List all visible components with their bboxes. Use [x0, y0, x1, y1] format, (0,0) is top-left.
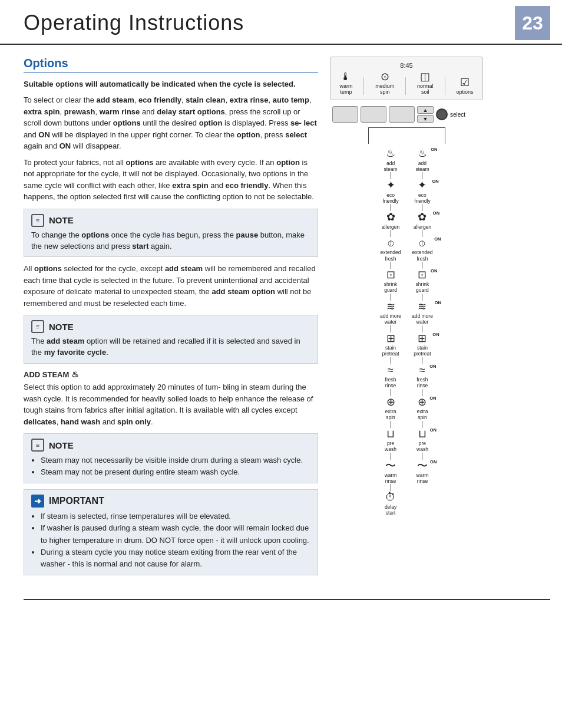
- opt-prewash-right: ON ⊔ prewash: [416, 428, 428, 453]
- opt-extended-fresh-left: ⌽ extendedfresh: [381, 237, 401, 262]
- line2l: [391, 204, 391, 211]
- on-badge-eco: ON: [432, 179, 438, 184]
- eco-friendly-right-label: ecofriendly: [414, 192, 430, 204]
- bracket-vert-left: [368, 127, 369, 144]
- line10l: [391, 453, 391, 460]
- scroll-down-btn[interactable]: ▼: [417, 115, 434, 123]
- note-header-3: ≡ NOTE: [31, 439, 310, 452]
- options-col-right: ON ♨ addsteam ON ✦ ecofriendly ON ✿ alle…: [412, 147, 433, 516]
- allergen-right-icon: ✿: [418, 211, 427, 224]
- opt-eco-friendly-right: ON ✦ ecofriendly: [414, 179, 430, 204]
- prewash-left-label: prewash: [385, 440, 396, 452]
- stain-pretreat-right-label: stainpretreat: [414, 345, 431, 357]
- add-more-water-right-icon: ≋: [418, 301, 427, 314]
- note-icon-2: ≡: [31, 320, 44, 333]
- opt-shrink-guard-right: ON ⊡ shrinkguard: [416, 269, 429, 294]
- line5r: [422, 294, 422, 301]
- note-icon-1: ≡: [31, 214, 44, 227]
- control-normal-soil: ◫ normalsoil: [417, 71, 434, 95]
- options-two-cols: ♨ addsteam ✦ ecofriendly ✿ allergen ⌽ ex…: [330, 147, 483, 516]
- allergen-right-label: allergen: [414, 224, 431, 230]
- opt-warm-rinse-right: ON 〜 warmrinse: [416, 460, 429, 485]
- eco-friendly-left-label: ecofriendly: [382, 192, 398, 204]
- extended-fresh-right-icon: ⌽: [419, 237, 425, 250]
- line4l: [391, 262, 391, 269]
- important-header: ➜ IMPORTANT: [31, 495, 310, 508]
- on-badge-water: ON: [435, 300, 441, 305]
- stain-pretreat-right-icon: ⊞: [418, 332, 427, 345]
- prewash-left-icon: ⊔: [386, 428, 395, 441]
- add-steam-left-icon: ♨: [386, 147, 395, 160]
- add-steam-right-icon: ♨: [418, 147, 427, 160]
- on-badge-stain: ON: [432, 332, 439, 337]
- control-row: 🌡 warmtemp ⊙ mediumspin ◫ normalsoil ☑ o…: [335, 71, 478, 95]
- warm-rinse-right-icon: 〜: [417, 460, 428, 473]
- on-badge-extra-spin: ON: [429, 396, 436, 401]
- extra-spin-left-icon: ⊕: [386, 396, 395, 409]
- important-arrow-icon: ➜: [31, 495, 44, 508]
- normal-soil-label: normalsoil: [417, 83, 434, 95]
- shrink-guard-right-label: shrinkguard: [416, 281, 429, 293]
- select-btn-3[interactable]: [389, 106, 415, 123]
- select-btn-1[interactable]: [332, 106, 358, 123]
- prewash-right-icon: ⊔: [418, 428, 427, 441]
- divider2: [405, 77, 406, 95]
- opt-extra-spin-left: ⊕ extraspin: [385, 396, 396, 421]
- warm-rinse-left-icon: 〜: [385, 460, 396, 473]
- page-title: Operating Instructions: [24, 11, 244, 35]
- divider1: [363, 77, 364, 95]
- opt-allergen-right: ON ✿ allergen: [414, 211, 431, 230]
- footer-line: [24, 599, 550, 600]
- on-badge-shrink: ON: [431, 268, 437, 274]
- control-options: ☑ options: [456, 77, 473, 95]
- on-badge-fresh-rinse: ON: [429, 364, 436, 369]
- fresh-rinse-left-icon: ≈: [388, 364, 394, 377]
- select-knob[interactable]: [436, 108, 448, 120]
- line8r: [422, 389, 422, 396]
- page-number: 23: [515, 6, 550, 40]
- fresh-rinse-right-label: freshrinse: [417, 377, 428, 388]
- line7l: [391, 357, 391, 364]
- bracket-vert-right: [445, 127, 445, 144]
- select-buttons-row: ▲ ▼ select: [330, 106, 483, 123]
- left-column: Options Suitable options will automatica…: [24, 57, 318, 581]
- extended-fresh-left-icon: ⌽: [388, 237, 394, 250]
- line6r: [422, 325, 422, 332]
- line4r: [422, 262, 422, 269]
- line7r: [422, 357, 422, 364]
- page-header: Operating Instructions 23: [0, 0, 562, 45]
- opt-extra-spin-right: ON ⊕ extraspin: [417, 396, 428, 421]
- section-title: Options: [24, 57, 318, 73]
- scroll-up-btn[interactable]: ▲: [417, 106, 434, 114]
- line1r: [422, 172, 422, 179]
- note-box-1: ≡ NOTE To change the options once the cy…: [24, 209, 318, 258]
- opt-add-steam-left: ♨ addsteam: [384, 147, 397, 172]
- add-steam-right-label: addsteam: [415, 160, 429, 172]
- options-icon: ☑: [460, 77, 470, 88]
- opt-eco-friendly-left: ✦ ecofriendly: [382, 179, 398, 204]
- select-label: select: [450, 111, 465, 118]
- note1-text: To change the options once the cycle has…: [31, 230, 310, 252]
- stain-pretreat-left-label: stainpretreat: [382, 345, 399, 357]
- note2-text: The add steam option will be retained an…: [31, 336, 310, 358]
- allergen-left-label: allergen: [382, 224, 399, 230]
- eco-friendly-right-icon: ✦: [418, 179, 427, 192]
- opt-fresh-rinse-left: ≈ freshrinse: [385, 364, 396, 389]
- bracket-horiz: [368, 127, 445, 128]
- prewash-right-label: prewash: [416, 440, 428, 452]
- note-icon-3: ≡: [31, 439, 44, 452]
- add-more-water-left-label: add morewater: [380, 313, 401, 325]
- on-badge-allergen: ON: [433, 210, 439, 216]
- opt-add-more-water-left: ≋ add morewater: [380, 301, 401, 325]
- select-btn-2[interactable]: [361, 106, 386, 123]
- normal-soil-icon: ◫: [420, 71, 430, 82]
- extra-spin-right-icon: ⊕: [418, 396, 427, 409]
- opt-fresh-rinse-right: ON ≈ freshrinse: [417, 364, 428, 389]
- line9l: [391, 421, 391, 428]
- intro-bold: Suitable options will automatically be i…: [24, 79, 318, 90]
- steam-icon: ♨: [71, 370, 79, 379]
- extended-fresh-right-label: extendedfresh: [412, 249, 432, 261]
- opt-extended-fresh-right: ON ⌽ extendedfresh: [412, 237, 432, 262]
- opt-warm-rinse-left: 〜 warmrinse: [385, 460, 397, 485]
- right-column: 8:45 🌡 warmtemp ⊙ mediumspin ◫ normalsoi…: [330, 57, 483, 581]
